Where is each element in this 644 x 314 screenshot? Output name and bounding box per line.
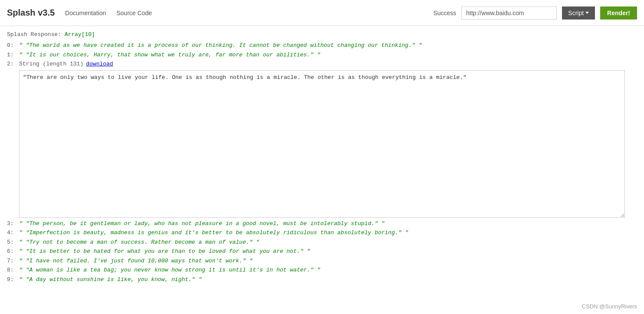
download-link[interactable]: download [86, 60, 113, 69]
item-index: 0: [7, 41, 19, 50]
list-item: 8: " "A woman is like a tea bag; you nev… [7, 266, 637, 275]
list-item: 1: " "It is our choices, Harry, that sho… [7, 51, 637, 59]
source-code-link[interactable]: Source Code [116, 10, 152, 16]
list-item: 5: " "Try not to become a man of success… [7, 238, 637, 247]
list-item: 2: String (length 131) download [7, 60, 637, 69]
script-dropdown-caret [585, 12, 589, 14]
string-textarea[interactable] [19, 70, 625, 218]
list-item: 9: " "A day without sunshine is like, yo… [7, 275, 637, 284]
item-index: 5: [7, 238, 19, 247]
item-value: " "A woman is like a tea bag; you never … [19, 266, 320, 275]
item-index: 4: [7, 229, 19, 237]
navbar: Splash v3.5 Documentation Source Code Su… [0, 0, 644, 26]
documentation-link[interactable]: Documentation [65, 10, 106, 16]
main-content: Splash Response: Array[10] 0: " "The wor… [0, 26, 644, 290]
item-type: String (length 131) [19, 60, 83, 69]
navbar-right: Success Script Render! [433, 7, 637, 20]
script-button-label: Script [568, 10, 584, 16]
list-item: 7: " "I have not failed. I've just found… [7, 257, 637, 265]
nav-links: Documentation Source Code [65, 10, 433, 16]
app-brand: Splash v3.5 [7, 8, 55, 18]
item-value: " "The person, be it gentleman or lady, … [19, 219, 385, 228]
response-header: Splash Response: Array[10] [7, 31, 637, 38]
response-type: Array[10] [65, 31, 95, 38]
item-index: 7: [7, 257, 19, 265]
item-value: " "It is better to be hated for what you… [19, 247, 310, 256]
item-value: " "Imperfection is beauty, madness is ge… [19, 229, 408, 237]
item-value: " "Try not to become a man of success. R… [19, 238, 260, 247]
item-index: 3: [7, 219, 19, 228]
list-item: 6: " "It is better to be hated for what … [7, 247, 637, 256]
item-index: 1: [7, 51, 19, 59]
response-label: Splash Response: [7, 31, 65, 38]
item-value: " "I have not failed. I've just found 10… [19, 257, 253, 265]
url-input[interactable] [461, 7, 557, 20]
list-item: 3: " "The person, be it gentleman or lad… [7, 219, 637, 228]
item-value: " "A day without sunshine is like, you k… [19, 275, 202, 284]
item-value: " "It is our choices, Harry, that show w… [19, 51, 320, 59]
item-index: 9: [7, 275, 19, 284]
list-item: 0: " "The world as we have created it is… [7, 41, 637, 50]
textarea-wrapper [19, 70, 637, 218]
list-item: 4: " "Imperfection is beauty, madness is… [7, 229, 637, 237]
script-button[interactable]: Script [562, 7, 595, 20]
item-value: " "The world as we have created it is a … [19, 41, 422, 50]
item-index: 6: [7, 247, 19, 256]
status-text: Success [433, 10, 456, 16]
item-index: 2: [7, 60, 19, 69]
item-index: 8: [7, 266, 19, 275]
render-button[interactable]: Render! [600, 7, 637, 20]
